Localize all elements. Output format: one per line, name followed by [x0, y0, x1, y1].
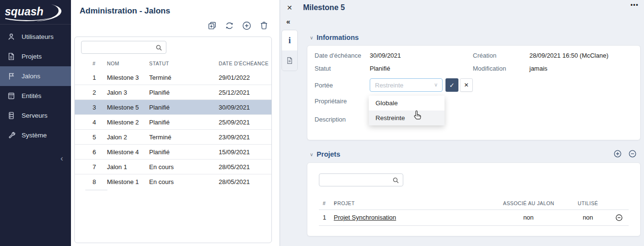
informations-section-toggle[interactable]: ∨ Informations	[310, 34, 359, 41]
dropdown-option-globale[interactable]: Globale	[369, 96, 445, 111]
field-label-creation: Création	[473, 52, 496, 59]
cell-num: 3	[93, 100, 96, 115]
chevron-down-icon: ∨	[310, 152, 313, 157]
column-header-num[interactable]: #	[323, 197, 326, 209]
cell-statut: En cours	[149, 174, 174, 189]
sidebar-item-utilisateurs[interactable]: Utilisateurs	[0, 27, 71, 47]
confirm-button[interactable]: ✓	[445, 78, 458, 92]
field-label-proprietaire: Propriétaire	[315, 98, 347, 105]
field-label-date-echeance: Date d'échéance	[315, 52, 361, 59]
sort-ascending-icon: ↑	[334, 197, 337, 209]
duplicate-icon[interactable]	[207, 21, 217, 31]
cell-nom: Milestone 1	[107, 174, 139, 189]
cell-statut: Planifié	[149, 145, 170, 160]
table-row[interactable]: 5 Jalon 2 Terminé 23/09/2021	[75, 130, 271, 145]
table-row[interactable]: 1 Milestone 3 Terminé 29/01/2022	[75, 70, 271, 85]
projets-section-label: Projets	[316, 150, 340, 158]
column-header-statut[interactable]: STATUT	[149, 57, 169, 70]
milestones-toolbar	[207, 21, 269, 31]
cell-date: 25/12/2021	[219, 85, 250, 100]
unbind-project-icon[interactable]	[628, 149, 637, 158]
cell-nom: Milestone 3	[107, 70, 139, 85]
milestones-search-input[interactable]	[85, 41, 152, 53]
cell-num: 6	[93, 145, 96, 160]
cell-num: 1	[323, 210, 326, 225]
sidebar-item-label: Serveurs	[22, 112, 47, 119]
sidebar-item-label: Entités	[22, 92, 41, 99]
add-icon[interactable]	[242, 21, 252, 31]
portee-select[interactable]: Restreinte ∨	[370, 78, 443, 92]
cell-num: 7	[93, 160, 96, 174]
table-row[interactable]: 7 Jalon 1 En cours 28/05/2021	[75, 160, 271, 174]
wrench-icon	[7, 131, 15, 139]
portee-dropdown: Globale Restreinte	[369, 96, 445, 125]
column-header-associe[interactable]: ASSOCIÉ AU JALON	[503, 197, 554, 209]
tab-description[interactable]	[282, 50, 297, 71]
projets-table-header: # PROJET ↑ ASSOCIÉ AU JALON UTILISÉ	[307, 197, 640, 209]
column-header-utilise[interactable]: UTILISÉ	[574, 197, 602, 209]
projets-search-input[interactable]	[323, 174, 390, 186]
column-header-num[interactable]: #	[93, 57, 95, 70]
cell-num: 5	[93, 130, 96, 145]
projet-link[interactable]: Projet Synchronisation	[334, 210, 396, 225]
select-chevron-icon: ∨	[434, 82, 438, 88]
sidebar-item-label: Jalons	[22, 73, 40, 80]
sidebar-nav: Utilisateurs Projets Jalons	[0, 27, 71, 145]
informations-card: Date d'échéance 30/09/2021 Création 28/0…	[307, 45, 641, 140]
table-footer-stub	[85, 190, 107, 190]
projet-table-row[interactable]: 1 Projet Synchronisation non non	[307, 210, 640, 225]
projets-section-toggle[interactable]: ∨ Projets	[310, 150, 340, 158]
sidebar-item-serveurs[interactable]: Serveurs	[0, 106, 71, 125]
cell-utilise: non	[574, 210, 602, 225]
sidebar-item-label: Système	[22, 132, 47, 139]
logo-text: squash	[5, 5, 44, 18]
chevron-down-icon: ∨	[310, 35, 313, 40]
table-row[interactable]: 6 Milestone 4 Planifié 15/09/2021	[75, 145, 271, 160]
table-row[interactable]: 2 Jalon 3 Planifié 25/12/2021	[75, 85, 271, 100]
cell-nom: Jalon 3	[107, 85, 127, 100]
cell-date: 28/05/2021	[219, 174, 250, 189]
sidebar-item-systeme[interactable]: Système	[0, 125, 71, 145]
sidebar-item-jalons[interactable]: Jalons	[0, 66, 71, 86]
projets-search	[319, 173, 403, 186]
milestones-search	[81, 41, 166, 54]
user-icon	[7, 33, 15, 41]
column-header-date[interactable]: DATE D'ÉCHÉANCE	[219, 57, 269, 70]
sidebar-collapse-button[interactable]: ‹	[60, 154, 63, 163]
file-icon	[7, 52, 15, 61]
cell-nom: Milestone 4	[107, 145, 139, 160]
cell-statut: Terminé	[149, 70, 171, 85]
delete-icon[interactable]	[259, 21, 269, 31]
column-header-nom[interactable]: NOM	[107, 57, 119, 70]
cell-date: 28/05/2021	[219, 160, 250, 174]
close-icon[interactable]: ✕	[287, 4, 293, 12]
bind-project-icon[interactable]	[613, 149, 622, 158]
cell-statut: Planifié	[149, 115, 170, 130]
table-row[interactable]: 8 Milestone 1 En cours 28/05/2021	[75, 174, 271, 189]
column-header-projet-label: PROJET	[334, 197, 355, 209]
table-row[interactable]: 4 Milestone 2 Planifié 25/09/2021	[75, 115, 271, 130]
cell-num: 2	[93, 85, 96, 100]
tab-informations[interactable]: i	[282, 30, 297, 50]
more-menu-icon[interactable]: •••	[631, 1, 639, 8]
field-label-description: Description	[315, 116, 346, 123]
field-label-portee: Portée	[315, 82, 333, 89]
milestones-table-header: # NOM STATUT DATE D'ÉCHÉANCE	[75, 57, 271, 70]
sidebar-item-entites[interactable]: Entités	[0, 86, 71, 106]
milestone-detail-panel: ✕ Milestone 5 ••• « i ∨ Informations Dat…	[280, 0, 644, 246]
table-divider	[319, 225, 629, 226]
remove-project-icon[interactable]	[615, 214, 623, 221]
collapse-panel-icon[interactable]: «	[286, 17, 290, 25]
cell-num: 1	[93, 70, 96, 85]
informations-section-label: Informations	[316, 34, 359, 41]
refresh-icon[interactable]	[224, 21, 234, 31]
cell-nom: Milestone 2	[107, 115, 139, 130]
cell-date: 23/09/2021	[219, 130, 250, 145]
table-row-selected[interactable]: 3 Milestone 5 Planifié 30/09/2021	[75, 100, 271, 115]
dropdown-option-restreinte[interactable]: Restreinte	[369, 111, 445, 125]
sidebar-item-projets[interactable]: Projets	[0, 47, 71, 66]
cancel-button[interactable]: ✕	[460, 78, 473, 92]
cell-statut: En cours	[149, 160, 174, 174]
cancel-icon: ✕	[464, 82, 468, 88]
search-icon	[156, 45, 162, 51]
